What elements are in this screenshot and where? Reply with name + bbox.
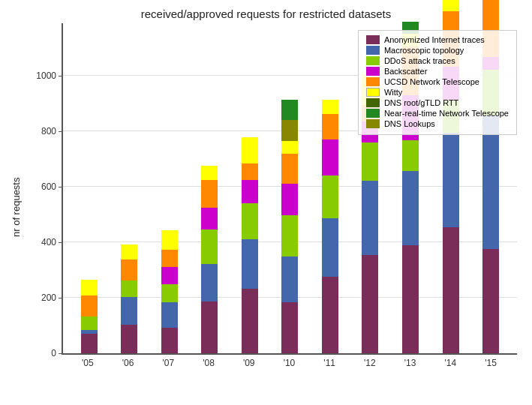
legend-label: DNS root/gTLD RTT (384, 98, 458, 107)
x-label-15: '15 (476, 358, 505, 368)
y-tick-600: 600 (27, 182, 63, 192)
x-label-07: '07 (154, 358, 182, 368)
bar-stack (201, 166, 218, 353)
y-tick-1000: 1000 (27, 70, 63, 81)
bar-segment (281, 184, 298, 215)
bar-segment (281, 141, 298, 154)
legend-label: DDoS attack traces (384, 56, 455, 65)
bar-segment (242, 180, 258, 203)
legend-color-swatch (366, 77, 380, 86)
bar-segment (121, 280, 137, 297)
legend-label: Witty (384, 88, 402, 97)
bar-segment (402, 140, 419, 171)
y-axis-label: nr of requests (8, 23, 24, 368)
bar-segment (281, 154, 298, 184)
bar-group-05 (75, 280, 104, 353)
x-label-09: '09 (235, 358, 263, 368)
legend-color-swatch (366, 109, 380, 118)
y-tick-800: 800 (27, 126, 63, 136)
bar-segment (161, 267, 178, 284)
legend-item: Anonymized Internet traces (366, 35, 509, 44)
bar-segment (81, 280, 98, 296)
bar-segment (443, 227, 459, 353)
bar-segment (161, 250, 178, 267)
bar-segment (362, 181, 378, 255)
legend-color-swatch (366, 119, 380, 128)
bar-segment (322, 100, 338, 114)
bar-segment (121, 297, 137, 325)
legend-item: DDoS attack traces (366, 56, 509, 65)
bar-group-10 (275, 100, 304, 353)
bar-segment (201, 208, 218, 230)
bar-stack (81, 280, 98, 353)
legend-color-swatch (366, 98, 380, 107)
bar-segment (362, 142, 378, 181)
legend: Anonymized Internet tracesMacroscopic to… (358, 30, 517, 135)
bar-stack (242, 137, 258, 353)
legend-item: Near-real-time Network Telescope (366, 109, 509, 118)
bar-segment (281, 302, 298, 353)
legend-label: DNS Lookups (384, 119, 435, 128)
bar-segment (242, 203, 258, 239)
bar-segment (161, 230, 178, 250)
y-tick-400: 400 (27, 237, 63, 248)
bar-segment (402, 245, 419, 353)
bar-segment (281, 256, 298, 302)
legend-item: DNS Lookups (366, 119, 509, 128)
legend-label: Macroscopic topology (384, 46, 464, 55)
bar-stack (281, 100, 298, 353)
bar-stack (322, 100, 338, 353)
legend-item: Backscatter (366, 67, 509, 76)
bar-segment (161, 328, 178, 353)
bar-segment (201, 264, 218, 302)
bar-segment (482, 249, 499, 353)
legend-item: UCSD Network Telescope (366, 77, 509, 86)
x-label-08: '08 (194, 358, 223, 368)
bar-segment (161, 284, 178, 303)
bar-segment (201, 230, 218, 263)
bar-segment (201, 166, 218, 180)
bar-stack (121, 244, 137, 353)
bar-segment (201, 302, 218, 353)
bar-segment (242, 289, 258, 353)
bar-segment (81, 296, 98, 316)
legend-item: Witty (366, 88, 509, 97)
bar-segment (322, 176, 338, 218)
legend-label: UCSD Network Telescope (384, 77, 479, 86)
bar-segment (322, 114, 338, 140)
bar-segment (443, 0, 459, 11)
bar-group-06 (115, 244, 143, 353)
legend-color-swatch (366, 56, 380, 65)
legend-color-swatch (366, 46, 380, 55)
bar-segment (121, 325, 137, 353)
bar-segment (121, 244, 137, 260)
bar-segment (443, 133, 459, 227)
legend-label: Backscatter (384, 67, 427, 76)
legend-label: Near-real-time Network Telescope (384, 109, 509, 118)
bar-group-11 (316, 100, 344, 353)
bar-segment (242, 239, 258, 289)
bar-segment (281, 215, 298, 257)
bar-segment (81, 316, 98, 330)
bar-segment (242, 137, 258, 164)
x-label-10: '10 (275, 358, 303, 368)
chart-container: received/approved requests for restricte… (0, 0, 532, 405)
bar-group-07 (155, 230, 184, 353)
legend-color-swatch (366, 35, 380, 44)
bar-segment (402, 171, 419, 245)
bar-group-08 (195, 166, 224, 353)
bar-segment (81, 334, 98, 353)
y-tick-200: 200 (27, 292, 63, 303)
bar-segment (281, 120, 298, 141)
legend-color-swatch (366, 88, 380, 97)
x-label-06: '06 (114, 358, 143, 368)
bar-segment (362, 255, 378, 353)
legend-color-swatch (366, 67, 380, 76)
bar-segment (322, 277, 338, 353)
bar-segment (322, 140, 338, 176)
bar-segment (161, 302, 178, 328)
x-label-13: '13 (396, 358, 425, 368)
x-label-05: '05 (74, 358, 102, 368)
bar-segment (242, 164, 258, 180)
legend-item: DNS root/gTLD RTT (366, 98, 509, 107)
